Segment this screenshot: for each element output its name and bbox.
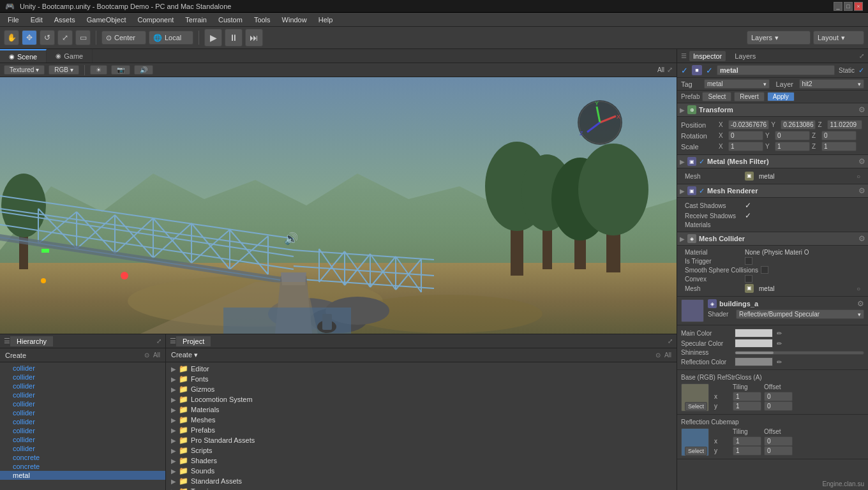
list-item[interactable]: collider — [0, 408, 165, 417]
active-checkbox[interactable]: ✓ — [681, 66, 688, 75]
mesh-select-btn[interactable]: ○ — [857, 173, 860, 180]
rot-y-field[interactable]: 0 — [775, 131, 810, 140]
hierarchy-create-btn[interactable]: Create — [5, 352, 26, 359]
inspector-tab[interactable]: Inspector — [689, 51, 726, 61]
project-folder-meshes[interactable]: ▶ 📁 Meshes — [166, 415, 677, 425]
prefab-apply-btn[interactable]: Apply — [767, 92, 795, 101]
refl-tiling-x-field[interactable] — [733, 436, 761, 446]
transform-component-header[interactable]: ▶ ⊕ Transform ⚙ — [677, 103, 868, 117]
hierarchy-expand-btn[interactable]: ⤢ — [153, 336, 165, 346]
project-folder-standard[interactable]: ▶ 📁 Standard Assets — [166, 476, 677, 486]
pos-z-field[interactable]: 11.02209 — [827, 120, 862, 130]
project-folder-sounds[interactable]: ▶ 📁 Sounds — [166, 466, 677, 476]
project-expand-btn[interactable]: ⤢ — [664, 336, 677, 346]
menu-custom[interactable]: Custom — [213, 15, 248, 25]
cast-shadows-check[interactable]: ✓ — [745, 201, 751, 210]
reflection-color-edit[interactable]: ✏ — [777, 359, 782, 366]
list-item[interactable]: collider — [0, 364, 165, 373]
step-btn[interactable]: ⏭ — [245, 29, 263, 47]
menu-file[interactable]: File — [3, 15, 24, 25]
list-item[interactable]: collider — [0, 426, 165, 435]
project-folder-locomotion[interactable]: ▶ 📁 Locomotion System — [166, 394, 677, 405]
project-folder-pro-standard[interactable]: ▶ 📁 Pro Standard Assets — [166, 435, 677, 445]
refl-offset-y-field[interactable] — [764, 446, 793, 456]
textured-btn[interactable]: Textured ▾ — [4, 65, 45, 75]
scale-tool[interactable]: ⤢ — [57, 30, 73, 45]
specular-color-swatch[interactable] — [735, 339, 773, 348]
sun-btn[interactable]: ☀ — [90, 65, 107, 75]
project-content[interactable]: ▶ 📁 Editor ▶ 📁 Fonts ▶ 📁 Gizmos — [166, 362, 677, 490]
hierarchy-tab[interactable]: Hierarchy — [10, 336, 53, 346]
project-all-btn[interactable]: All — [664, 352, 671, 359]
material-menu[interactable]: ⚙ — [857, 299, 864, 308]
scale-y-field[interactable]: 1 — [775, 142, 810, 151]
list-item[interactable]: collider — [0, 417, 165, 426]
tab-scene[interactable]: ◉ Scene — [0, 49, 47, 63]
menu-assets[interactable]: Assets — [49, 15, 80, 25]
mesh-renderer-header[interactable]: ▶ ▣ ✓ Mesh Renderer ⚙ — [677, 184, 868, 198]
mesh-filter-header[interactable]: ▶ ▣ ✓ Metal (Mesh Filter) ⚙ — [677, 155, 868, 168]
maximize-scene-btn[interactable]: ⤢ — [667, 66, 673, 74]
layer-dropdown[interactable]: hit2 ▾ — [799, 79, 865, 89]
mesh-collider-menu[interactable]: ⚙ — [858, 234, 865, 243]
mr-checkbox[interactable]: ✓ — [699, 187, 705, 195]
tab-game[interactable]: ◉ Game — [47, 49, 93, 63]
mc-trigger-check[interactable] — [745, 257, 752, 265]
list-item[interactable]: collider — [0, 390, 165, 399]
coord-btn[interactable]: 🌐 Local — [149, 31, 193, 45]
project-folder-prefabs[interactable]: ▶ 📁 Prefabs — [166, 425, 677, 435]
project-folder-shaders[interactable]: ▶ 📁 Shaders — [166, 456, 677, 466]
list-item[interactable]: collider — [0, 444, 165, 453]
tiling-x-field[interactable] — [733, 392, 761, 401]
prefab-select-btn[interactable]: Select — [702, 92, 731, 101]
reflection-color-swatch[interactable] — [735, 357, 773, 366]
camera-btn[interactable]: 📷 — [111, 65, 130, 75]
layers-tab-btn[interactable]: Layers — [731, 51, 760, 61]
project-folder-terrains[interactable]: ▶ 📁 Terrains — [166, 486, 677, 490]
project-create-btn[interactable]: Create ▾ — [171, 351, 198, 359]
mc-convex-check[interactable] — [745, 275, 752, 283]
offset-x-field[interactable] — [764, 392, 793, 401]
tag-dropdown[interactable]: metal ▾ — [704, 79, 770, 89]
mc-smooth-check[interactable] — [761, 266, 768, 274]
scale-x-field[interactable]: 1 — [728, 142, 763, 151]
scale-z-field[interactable]: 1 — [821, 142, 857, 151]
menu-terrain[interactable]: Terrain — [180, 15, 212, 25]
main-color-swatch[interactable] — [735, 329, 773, 338]
hand-tool[interactable]: ✋ — [4, 30, 19, 45]
menu-gameobject[interactable]: GameObject — [82, 15, 131, 25]
rot-z-field[interactable]: 0 — [821, 131, 857, 140]
active-checkbox2[interactable]: ✓ — [706, 66, 713, 75]
refl-offset-x-field[interactable] — [764, 436, 793, 446]
rgb-btn[interactable]: RGB ▾ — [49, 65, 79, 75]
rect-tool[interactable]: ▭ — [75, 30, 91, 45]
offset-y-field[interactable] — [764, 401, 793, 411]
list-item[interactable]: collider — [0, 399, 165, 408]
pivot-center-btn[interactable]: ⊙ Center — [101, 31, 146, 45]
list-item[interactable]: concrete — [0, 453, 165, 462]
tiling-y-field[interactable] — [733, 401, 761, 411]
project-folder-editor[interactable]: ▶ 📁 Editor — [166, 364, 677, 374]
prefab-revert-btn[interactable]: Revert — [734, 92, 764, 101]
list-item[interactable]: collider — [0, 373, 165, 382]
menu-component[interactable]: Component — [132, 15, 179, 25]
play-btn[interactable]: ▶ — [204, 29, 222, 47]
minimize-btn[interactable]: _ — [834, 2, 842, 11]
menu-edit[interactable]: Edit — [26, 15, 48, 25]
base-texture-thumb[interactable]: Select — [681, 383, 709, 412]
project-folder-fonts[interactable]: ▶ 📁 Fonts — [166, 374, 677, 384]
rotate-tool[interactable]: ↺ — [40, 30, 55, 45]
mesh-collider-header[interactable]: ▶ ◈ Mesh Collider ⚙ — [677, 232, 868, 246]
select-btn-refl[interactable]: Select — [685, 447, 707, 454]
menu-tools[interactable]: Tools — [249, 15, 276, 25]
receive-shadows-check[interactable]: ✓ — [745, 211, 751, 220]
maximize-btn[interactable]: □ — [844, 2, 853, 11]
pos-y-field[interactable]: 0.2613086 — [781, 120, 816, 130]
list-item[interactable]: collider — [0, 382, 165, 390]
mesh-filter-menu[interactable]: ⚙ — [858, 157, 865, 166]
mc-mesh-select[interactable]: ○ — [857, 285, 860, 292]
move-tool[interactable]: ✥ — [22, 30, 37, 45]
rot-x-field[interactable]: 0 — [728, 131, 763, 140]
specular-color-edit[interactable]: ✏ — [777, 340, 782, 347]
scene-view[interactable]: 🔊 X Y Z — [0, 77, 677, 334]
